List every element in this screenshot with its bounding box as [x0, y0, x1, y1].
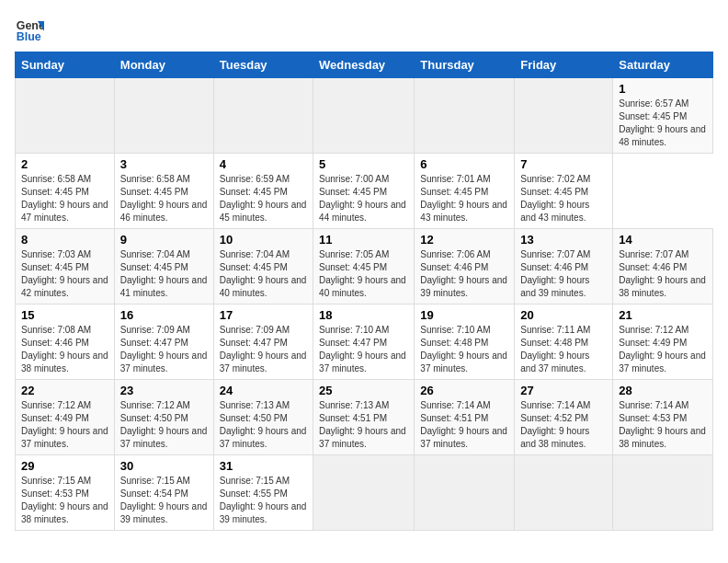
day-number: 23 — [120, 384, 208, 397]
calendar-cell — [313, 78, 415, 154]
calendar-cell: 3 Sunrise: 6:58 AMSunset: 4:45 PMDayligh… — [114, 154, 213, 229]
calendar-week-row: 2 Sunrise: 6:58 AMSunset: 4:45 PMDayligh… — [16, 154, 713, 229]
day-detail: Sunrise: 7:12 AMSunset: 4:49 PMDaylight:… — [21, 400, 108, 449]
calendar-cell — [613, 455, 713, 531]
calendar-cell: 24 Sunrise: 7:13 AMSunset: 4:50 PMDaylig… — [213, 380, 313, 455]
calendar-cell: 10 Sunrise: 7:04 AMSunset: 4:45 PMDaylig… — [213, 229, 313, 304]
day-number: 1 — [619, 82, 707, 96]
page-header: General Blue — [15, 15, 713, 44]
day-number: 20 — [520, 308, 607, 322]
day-detail: Sunrise: 7:13 AMSunset: 4:50 PMDaylight:… — [220, 400, 307, 449]
day-number: 18 — [319, 308, 408, 322]
calendar-cell: 14 Sunrise: 7:07 AMSunset: 4:46 PMDaylig… — [613, 229, 713, 304]
day-detail: Sunrise: 7:14 AMSunset: 4:51 PMDaylight:… — [420, 400, 507, 449]
calendar-cell — [415, 455, 515, 531]
calendar-cell: 21 Sunrise: 7:12 AMSunset: 4:49 PMDaylig… — [613, 304, 713, 380]
day-detail: Sunrise: 7:10 AMSunset: 4:47 PMDaylight:… — [319, 325, 406, 373]
day-number: 7 — [520, 157, 607, 171]
day-header-friday: Friday — [515, 52, 613, 78]
day-detail: Sunrise: 7:15 AMSunset: 4:55 PMDaylight:… — [220, 476, 307, 524]
calendar-cell: 18 Sunrise: 7:10 AMSunset: 4:47 PMDaylig… — [313, 304, 415, 380]
calendar-week-row: 1 Sunrise: 6:57 AMSunset: 4:45 PMDayligh… — [16, 78, 713, 154]
day-detail: Sunrise: 7:14 AMSunset: 4:52 PMDaylight:… — [520, 400, 590, 449]
day-number: 21 — [619, 308, 707, 322]
calendar-cell: 19 Sunrise: 7:10 AMSunset: 4:48 PMDaylig… — [415, 304, 515, 380]
logo-icon: General Blue — [15, 15, 44, 44]
calendar-cell: 11 Sunrise: 7:05 AMSunset: 4:45 PMDaylig… — [313, 229, 415, 304]
day-number: 11 — [319, 233, 408, 247]
day-detail: Sunrise: 7:07 AMSunset: 4:46 PMDaylight:… — [520, 249, 590, 298]
day-detail: Sunrise: 7:13 AMSunset: 4:51 PMDaylight:… — [319, 400, 406, 449]
day-number: 22 — [21, 384, 108, 397]
calendar-cell: 28 Sunrise: 7:14 AMSunset: 4:53 PMDaylig… — [613, 380, 713, 455]
day-detail: Sunrise: 7:05 AMSunset: 4:45 PMDaylight:… — [319, 249, 406, 298]
calendar-header-row: SundayMondayTuesdayWednesdayThursdayFrid… — [16, 52, 713, 78]
day-detail: Sunrise: 6:57 AMSunset: 4:45 PMDaylight:… — [619, 98, 706, 147]
calendar-cell: 20 Sunrise: 7:11 AMSunset: 4:48 PMDaylig… — [515, 304, 613, 380]
day-detail: Sunrise: 7:10 AMSunset: 4:48 PMDaylight:… — [420, 325, 507, 373]
calendar-week-row: 15 Sunrise: 7:08 AMSunset: 4:46 PMDaylig… — [16, 304, 713, 380]
day-number: 4 — [220, 157, 307, 171]
calendar-week-row: 22 Sunrise: 7:12 AMSunset: 4:49 PMDaylig… — [16, 380, 713, 455]
day-detail: Sunrise: 7:11 AMSunset: 4:48 PMDaylight:… — [520, 325, 590, 373]
calendar-cell: 9 Sunrise: 7:04 AMSunset: 4:45 PMDayligh… — [114, 229, 213, 304]
day-number: 6 — [420, 157, 508, 171]
calendar-cell — [515, 455, 613, 531]
calendar-body: 1 Sunrise: 6:57 AMSunset: 4:45 PMDayligh… — [16, 78, 713, 531]
day-header-thursday: Thursday — [415, 52, 515, 78]
day-header-wednesday: Wednesday — [313, 52, 415, 78]
day-detail: Sunrise: 7:04 AMSunset: 4:45 PMDaylight:… — [120, 249, 208, 298]
day-number: 16 — [120, 308, 208, 322]
calendar-cell — [415, 78, 515, 154]
calendar-cell: 31 Sunrise: 7:15 AMSunset: 4:55 PMDaylig… — [213, 455, 313, 531]
day-number: 17 — [220, 308, 307, 322]
calendar-cell: 7 Sunrise: 7:02 AMSunset: 4:45 PMDayligh… — [515, 154, 613, 229]
calendar-cell: 26 Sunrise: 7:14 AMSunset: 4:51 PMDaylig… — [415, 380, 515, 455]
day-number: 31 — [220, 459, 307, 473]
calendar-cell: 30 Sunrise: 7:15 AMSunset: 4:54 PMDaylig… — [114, 455, 213, 531]
day-number: 8 — [21, 233, 108, 247]
day-detail: Sunrise: 7:12 AMSunset: 4:49 PMDaylight:… — [619, 325, 706, 373]
day-number: 10 — [220, 233, 307, 247]
day-number: 3 — [120, 157, 208, 171]
day-number: 25 — [319, 384, 408, 397]
day-detail: Sunrise: 6:58 AMSunset: 4:45 PMDaylight:… — [21, 174, 108, 223]
day-number: 28 — [619, 384, 707, 397]
day-detail: Sunrise: 7:03 AMSunset: 4:45 PMDaylight:… — [21, 249, 108, 298]
calendar-cell — [16, 78, 115, 154]
day-number: 29 — [21, 459, 108, 473]
day-header-monday: Monday — [114, 52, 213, 78]
calendar-cell: 13 Sunrise: 7:07 AMSunset: 4:46 PMDaylig… — [515, 229, 613, 304]
calendar-cell: 15 Sunrise: 7:08 AMSunset: 4:46 PMDaylig… — [16, 304, 115, 380]
day-number: 24 — [220, 384, 307, 397]
day-number: 5 — [319, 157, 408, 171]
day-detail: Sunrise: 7:00 AMSunset: 4:45 PMDaylight:… — [319, 174, 406, 223]
day-detail: Sunrise: 7:06 AMSunset: 4:46 PMDaylight:… — [420, 249, 507, 298]
day-detail: Sunrise: 7:07 AMSunset: 4:46 PMDaylight:… — [619, 249, 706, 298]
logo: General Blue — [15, 15, 44, 44]
calendar-cell: 1 Sunrise: 6:57 AMSunset: 4:45 PMDayligh… — [613, 78, 713, 154]
day-number: 26 — [420, 384, 508, 397]
calendar-cell: 6 Sunrise: 7:01 AMSunset: 4:45 PMDayligh… — [415, 154, 515, 229]
calendar-cell: 5 Sunrise: 7:00 AMSunset: 4:45 PMDayligh… — [313, 154, 415, 229]
day-detail: Sunrise: 7:12 AMSunset: 4:50 PMDaylight:… — [120, 400, 208, 449]
day-detail: Sunrise: 7:14 AMSunset: 4:53 PMDaylight:… — [619, 400, 706, 449]
day-number: 15 — [21, 308, 108, 322]
day-header-sunday: Sunday — [16, 52, 115, 78]
calendar-cell: 25 Sunrise: 7:13 AMSunset: 4:51 PMDaylig… — [313, 380, 415, 455]
svg-text:Blue: Blue — [17, 30, 41, 43]
calendar-table: SundayMondayTuesdayWednesdayThursdayFrid… — [15, 52, 713, 531]
day-detail: Sunrise: 7:15 AMSunset: 4:54 PMDaylight:… — [120, 476, 208, 524]
calendar-cell — [213, 78, 313, 154]
day-detail: Sunrise: 7:09 AMSunset: 4:47 PMDaylight:… — [220, 325, 307, 373]
day-header-saturday: Saturday — [613, 52, 713, 78]
day-number: 19 — [420, 308, 508, 322]
calendar-week-row: 29 Sunrise: 7:15 AMSunset: 4:53 PMDaylig… — [16, 455, 713, 531]
calendar-cell: 12 Sunrise: 7:06 AMSunset: 4:46 PMDaylig… — [415, 229, 515, 304]
calendar-cell: 8 Sunrise: 7:03 AMSunset: 4:45 PMDayligh… — [16, 229, 115, 304]
day-number: 13 — [520, 233, 607, 247]
day-detail: Sunrise: 6:58 AMSunset: 4:45 PMDaylight:… — [120, 174, 208, 223]
calendar-cell: 4 Sunrise: 6:59 AMSunset: 4:45 PMDayligh… — [213, 154, 313, 229]
day-number: 14 — [619, 233, 707, 247]
day-number: 30 — [120, 459, 208, 473]
